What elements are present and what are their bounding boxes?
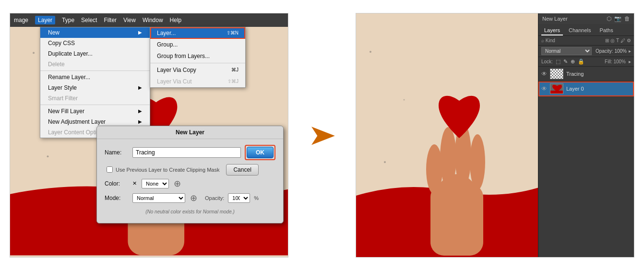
dialog-name-label: Name: (105, 149, 129, 156)
layer-eye-layer0[interactable]: 👁 (541, 85, 547, 92)
search-icons: ⊞ ◎ T 🖊 ⚙ (605, 38, 631, 43)
ps-panels: New Layer ⬡ 📷 🗑 Layers Channels Paths ⌕ … (538, 13, 634, 257)
canvas-area (356, 13, 538, 257)
layer-menu-item-style[interactable]: Layer Style▶ (40, 82, 150, 93)
main-container: mage Layer Type Select Filter View Windo… (0, 0, 644, 270)
layer-menu-sep1 (40, 70, 150, 71)
dialog-opacity-select[interactable]: 100 (228, 193, 250, 203)
new-submenu: Layer... ⇧⌘N Group... Group from Layers.… (150, 27, 246, 88)
panel-tabs: Layers Channels Paths (538, 24, 634, 36)
layer-item-layer0[interactable]: 👁 Layer 0 (538, 82, 634, 96)
tab-paths[interactable]: Paths (597, 26, 616, 35)
layer-thumb-tracing (550, 69, 563, 79)
layer-menu-item-rename[interactable]: Rename Layer... (40, 72, 150, 82)
lock-icon-1[interactable]: ⬚ (556, 59, 561, 65)
tab-channels[interactable]: Channels (566, 26, 594, 35)
layer-menu-item-delete: Delete (40, 59, 150, 70)
dialog-title: New Layer (97, 126, 283, 139)
menu-view[interactable]: View (123, 17, 136, 23)
menu-type[interactable]: Type (62, 17, 74, 23)
filter-icon-4[interactable]: 🖊 (620, 38, 625, 43)
fill-arrow[interactable]: ▸ (629, 59, 631, 64)
panel-header: New Layer ⬡ 📷 🗑 (538, 13, 634, 24)
clipping-mask-checkbox[interactable] (107, 166, 113, 173)
dialog-ok-button[interactable]: OK (247, 147, 274, 158)
menu-select[interactable]: Select (81, 17, 97, 23)
new-submenu-item-layer[interactable]: Layer... ⇧⌘N (150, 27, 245, 39)
dialog-color-select[interactable]: None (142, 179, 169, 188)
svg-rect-18 (430, 184, 483, 256)
svg-point-1 (33, 52, 35, 54)
dialog-color-label: Color: (105, 180, 129, 187)
fill-label: Fill: 100% (605, 59, 626, 64)
panel-title: New Layer (542, 16, 568, 22)
panel-page-icon[interactable]: ⬡ (607, 15, 611, 22)
layer-item-tracing[interactable]: 👁 Tracing (538, 67, 634, 82)
dialog-note: (No neutral color exists for Normal mode… (105, 207, 275, 217)
dialog-color-row: Color: ✕ None ⊕ (105, 178, 275, 189)
menu-image[interactable]: mage (14, 17, 28, 23)
layer-eye-tracing[interactable]: 👁 (541, 70, 547, 77)
lock-icon-3[interactable]: ⊕ (571, 59, 575, 65)
menu-bar: mage Layer Type Select Filter View Windo… (10, 13, 288, 27)
layer-thumb-layer0 (550, 83, 563, 94)
svg-point-19 (426, 144, 442, 194)
layer-dropdown-menu: New▶ Copy CSS Duplicate Layer... Delete … (40, 27, 150, 138)
new-submenu-sep1 (150, 63, 245, 63)
menu-layer[interactable]: Layer (35, 16, 55, 24)
dialog-opacity-unit: % (254, 195, 259, 201)
layer-name-tracing: Tracing (566, 71, 631, 77)
opacity-label: Opacity: 100% (596, 48, 627, 54)
dialog-name-input[interactable] (132, 147, 241, 158)
layer-menu-item-smartfilter: Smart Filter (40, 93, 150, 104)
layer-menu-item-copycss[interactable]: Copy CSS (40, 38, 150, 48)
layer-menu-sep2 (40, 105, 150, 105)
lock-label: Lock: (541, 59, 553, 64)
clipping-mask-label: Use Previous Layer to Create Clipping Ma… (116, 167, 219, 173)
filter-icon-1[interactable]: ⊞ (605, 38, 609, 43)
new-submenu-item-viacopy[interactable]: Layer Via Copy ⌘J (150, 64, 245, 76)
layer-menu-item-newfill[interactable]: New Fill Layer▶ (40, 106, 150, 117)
new-submenu-item-viacut: Layer Via Cut ⇧⌘J (150, 76, 245, 87)
svg-point-13 (370, 51, 371, 53)
dialog-cancel-button[interactable]: Cancel (226, 164, 258, 176)
blend-mode-select[interactable]: Normal (541, 47, 592, 55)
menu-help[interactable]: Help (170, 17, 182, 23)
dialog-name-row: Name: OK (105, 145, 275, 160)
panel-trash-icon[interactable]: 🗑 (624, 15, 630, 22)
svg-point-22 (470, 134, 485, 190)
layers-list: 👁 Tracing 👁 Layer 0 (538, 67, 634, 257)
panel-search-row: ⌕ Kind ⊞ ◎ T 🖊 ⚙ (538, 36, 634, 46)
tab-layers[interactable]: Layers (541, 26, 563, 35)
lock-row: Lock: ⬚ ✎ ⊕ 🔒 Fill: 100% ▸ (538, 57, 634, 67)
lock-icon-4[interactable]: 🔒 (578, 59, 584, 65)
layer-menu-item-duplicate[interactable]: Duplicate Layer... (40, 48, 150, 59)
filter-icon-5[interactable]: ⚙ (627, 38, 631, 43)
lock-icon-2[interactable]: ✎ (563, 59, 568, 65)
right-arrow: ➤ (308, 121, 336, 150)
panel-camera-icon[interactable]: 📷 (614, 15, 621, 22)
layer-menu-item-new[interactable]: New▶ (40, 27, 150, 38)
svg-rect-23 (550, 91, 563, 94)
menu-filter[interactable]: Filter (104, 17, 117, 23)
arrow-container: ➤ (303, 121, 341, 150)
filter-icon-3[interactable]: T (616, 38, 619, 43)
opacity-arrow[interactable]: ▸ (629, 48, 631, 54)
svg-point-14 (404, 99, 405, 100)
right-panel: New Layer ⬡ 📷 🗑 Layers Channels Paths ⌕ … (356, 13, 634, 258)
panel-header-icons: ⬡ 📷 🗑 (607, 15, 630, 22)
dialog-mode-select[interactable]: Normal (132, 193, 185, 203)
blend-mode-row: Normal Opacity: 100% ▸ (538, 46, 634, 57)
dialog-opacity-label: Opacity: (205, 195, 224, 201)
svg-point-20 (440, 127, 456, 188)
filter-icon-2[interactable]: ◎ (610, 38, 615, 43)
menu-window[interactable]: Window (143, 17, 163, 23)
ok-btn-wrapper: OK (245, 145, 275, 160)
search-kind-label: ⌕ Kind (541, 38, 555, 43)
dialog-checkbox-row: Use Previous Layer to Create Clipping Ma… (105, 164, 275, 176)
left-panel: mage Layer Type Select Filter View Windo… (10, 13, 288, 258)
svg-point-15 (384, 161, 386, 163)
new-submenu-item-group[interactable]: Group... (150, 39, 245, 50)
new-submenu-item-groupfromlayers[interactable]: Group from Layers... (150, 50, 245, 62)
dialog-mode-label: Mode: (105, 195, 129, 201)
